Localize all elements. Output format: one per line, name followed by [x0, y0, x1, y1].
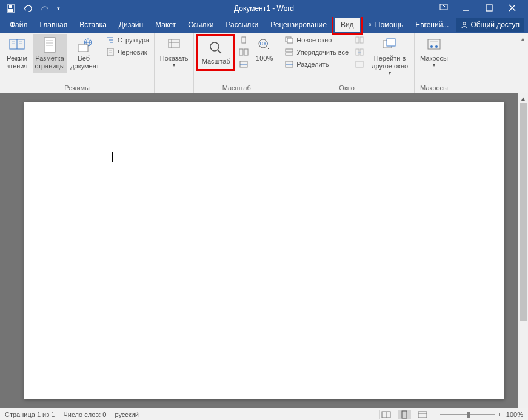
arrange-icon — [284, 47, 294, 57]
page-width-button[interactable] — [236, 58, 251, 70]
multi-page-icon — [239, 47, 249, 57]
qat-customize-icon[interactable]: ▾ — [57, 5, 60, 12]
highlight-view-tab: Вид — [332, 15, 363, 35]
svg-rect-47 — [356, 37, 359, 43]
close-icon[interactable] — [509, 4, 517, 13]
svg-rect-44 — [286, 53, 293, 55]
collapse-ribbon-icon[interactable]: ▴ — [518, 33, 528, 93]
new-window-button[interactable]: Новое окно — [282, 34, 351, 46]
tab-layout[interactable]: Макет — [149, 18, 182, 32]
one-page-icon — [239, 35, 249, 45]
one-page-button[interactable] — [236, 34, 251, 46]
svg-point-55 — [430, 45, 433, 48]
page-indicator[interactable]: Страница 1 из 1 — [5, 411, 55, 418]
scrollbar-thumb[interactable] — [520, 103, 527, 321]
multi-page-button[interactable] — [236, 46, 251, 58]
ribbon-options-icon[interactable] — [439, 4, 448, 13]
arrange-all-button[interactable]: Упорядочить все — [282, 46, 351, 58]
svg-point-56 — [435, 45, 438, 48]
web-view-icon[interactable] — [416, 410, 429, 419]
svg-rect-33 — [242, 37, 246, 43]
svg-rect-2 — [9, 5, 12, 8]
sync-scroll-button — [352, 46, 367, 58]
tab-file[interactable]: Файл — [4, 18, 34, 32]
tell-me[interactable]: ♀Помощь — [363, 18, 408, 32]
macros-icon — [426, 36, 443, 53]
svg-rect-1 — [8, 9, 13, 12]
ribbon-tabs: Файл Главная Вставка Дизайн Макет Ссылки… — [0, 17, 528, 33]
group-label: Масштаб — [196, 83, 276, 93]
word-count[interactable]: Число слов: 0 — [63, 411, 106, 418]
undo-icon[interactable] — [23, 4, 33, 13]
read-view-icon[interactable] — [379, 410, 393, 419]
zoom-out-icon[interactable]: − — [434, 411, 438, 418]
zoom-level[interactable]: 100% — [506, 411, 523, 418]
new-window-icon — [284, 35, 294, 45]
highlight-zoom-button: Масштаб — [196, 34, 235, 71]
redo-icon[interactable] — [40, 4, 50, 13]
print-view-icon[interactable] — [398, 410, 411, 419]
svg-rect-35 — [244, 49, 248, 55]
sync-scroll-icon — [355, 47, 364, 57]
svg-rect-48 — [360, 37, 363, 43]
show-icon — [165, 36, 182, 53]
read-mode-button[interactable]: Режим чтения — [2, 34, 32, 73]
svg-point-31 — [210, 42, 219, 51]
magnifier-icon — [207, 39, 224, 56]
svg-rect-5 — [486, 5, 492, 11]
chevron-down-icon: ▾ — [389, 70, 391, 76]
outline-button[interactable]: Структура — [103, 34, 152, 46]
tab-review[interactable]: Рецензирование — [264, 18, 333, 32]
split-button[interactable]: Разделить — [282, 58, 351, 70]
group-show: Показать ▾ — [155, 33, 194, 93]
tab-mailings[interactable]: Рассылки — [219, 18, 264, 32]
minimize-icon[interactable] — [463, 4, 471, 13]
read-mode-icon — [8, 36, 25, 53]
account-name[interactable]: Евгений... — [410, 18, 453, 32]
page[interactable] — [24, 102, 504, 399]
language-indicator[interactable]: русский — [115, 411, 138, 418]
save-icon[interactable] — [6, 4, 16, 13]
svg-line-32 — [218, 50, 221, 53]
switch-windows-button[interactable]: Перейти в другое окно ▾ — [368, 34, 412, 79]
maximize-icon[interactable] — [486, 4, 494, 13]
macros-button[interactable]: Макросы ▾ — [417, 34, 451, 71]
zoom-in-icon[interactable]: + — [497, 411, 501, 418]
show-button[interactable]: Показать ▾ — [157, 34, 191, 71]
svg-point-8 — [463, 22, 466, 25]
group-label: Макросы — [417, 83, 451, 93]
zoom-button[interactable]: Масштаб — [199, 37, 233, 68]
zoom-slider[interactable]: − + — [434, 411, 501, 418]
tab-references[interactable]: Ссылки — [182, 18, 219, 32]
group-label: Режимы — [2, 83, 152, 93]
svg-rect-54 — [428, 39, 440, 49]
tab-view[interactable]: Вид — [335, 18, 360, 32]
web-layout-icon — [76, 36, 93, 53]
vertical-scrollbar[interactable]: ▲ — [518, 93, 528, 408]
zoom-100-button[interactable]: 100 100% — [252, 34, 276, 65]
side-by-side-icon — [355, 35, 364, 45]
share-button[interactable]: Общий доступ — [456, 18, 524, 32]
title-bar: ▾ Документ1 - Word — [0, 0, 528, 17]
zoom-track[interactable] — [440, 414, 495, 415]
svg-rect-43 — [286, 49, 293, 52]
svg-rect-61 — [418, 412, 427, 418]
zoom-100-icon: 100 — [256, 36, 273, 53]
tab-insert[interactable]: Вставка — [73, 18, 113, 32]
zoom-thumb[interactable] — [467, 412, 470, 418]
chevron-down-icon: ▾ — [173, 62, 175, 68]
status-bar: Страница 1 из 1 Число слов: 0 русский − … — [0, 408, 528, 420]
tab-home[interactable]: Главная — [34, 18, 74, 32]
svg-rect-21 — [78, 45, 88, 52]
tab-design[interactable]: Дизайн — [113, 18, 149, 32]
svg-rect-60 — [402, 411, 407, 418]
print-layout-button[interactable]: Разметка страницы — [33, 34, 67, 73]
document-area[interactable] — [0, 93, 518, 408]
web-layout-button[interactable]: Веб- документ — [68, 34, 102, 73]
view-side-button — [352, 34, 367, 46]
page-width-icon — [239, 59, 249, 69]
scroll-up-icon[interactable]: ▲ — [518, 93, 528, 103]
draft-button[interactable]: Черновик — [103, 46, 152, 58]
lightbulb-icon: ♀ — [367, 21, 373, 29]
outline-icon — [105, 35, 115, 45]
